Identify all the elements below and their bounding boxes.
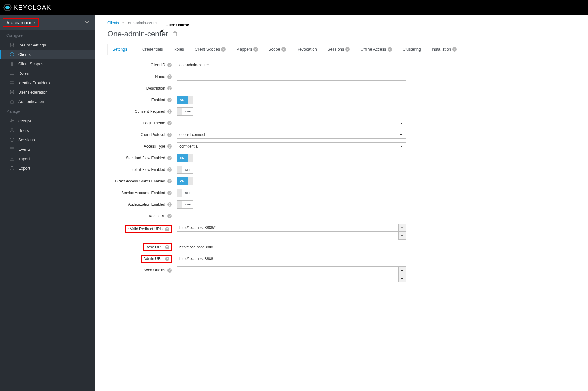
field-label: Login Theme ? (107, 121, 177, 126)
sidebar-item-realm-settings[interactable]: Realm Settings (0, 40, 95, 50)
clock-icon (9, 137, 14, 142)
implicitFlowEnabled-toggle[interactable]: ONOFF (177, 166, 193, 174)
directAccessGrantsEnabled-toggle[interactable]: ONOFF (177, 177, 193, 185)
help-icon[interactable]: ? (167, 268, 172, 273)
field-label: Implicit Flow Enabled ? (107, 167, 177, 172)
tab-installation[interactable]: Installation? (431, 44, 457, 55)
adminUrl-input[interactable] (177, 255, 406, 263)
tab-offline-access[interactable]: Offline Access? (360, 44, 392, 55)
svg-point-10 (11, 119, 12, 121)
help-icon[interactable]: ? (165, 257, 169, 261)
help-icon[interactable]: ? (167, 86, 172, 90)
rootUrl-input[interactable] (177, 212, 406, 220)
help-icon[interactable]: ? (167, 121, 172, 125)
help-icon[interactable]: ? (167, 144, 172, 149)
validRedirectUris-input[interactable] (177, 224, 399, 232)
webOrigins-input[interactable] (177, 266, 399, 274)
tab-mappers[interactable]: Mappers? (236, 44, 259, 55)
help-icon[interactable]: ? (167, 74, 172, 79)
svg-point-4 (13, 44, 14, 45)
add-button[interactable]: + (398, 231, 406, 240)
sidebar-item-users[interactable]: Users (0, 126, 95, 135)
field-label: * Valid Redirect URIs ? (107, 224, 177, 233)
help-icon[interactable]: ? (165, 245, 169, 249)
sidebar-item-sessions[interactable]: Sessions (0, 135, 95, 144)
help-icon[interactable]: ? (167, 167, 172, 172)
sidebar-item-identity-providers[interactable]: Identity Providers (0, 78, 95, 87)
lock-icon (9, 99, 14, 104)
sidebar-item-roles[interactable]: Roles (0, 68, 95, 78)
name-input[interactable] (177, 73, 406, 81)
user-icon (9, 128, 14, 133)
sidebar-item-label: Users (18, 128, 29, 133)
sidebar-item-label: Realm Settings (18, 43, 46, 47)
sidebar-item-export[interactable]: Export (0, 163, 95, 173)
clientProtocol-select[interactable]: openid-connect (177, 131, 406, 139)
add-button[interactable]: + (398, 274, 406, 282)
help-icon[interactable]: ? (167, 98, 172, 102)
help-icon[interactable]: ? (388, 47, 392, 52)
sidebar-item-authentication[interactable]: Authentication (0, 97, 95, 106)
sidebar-item-clients[interactable]: Clients (0, 50, 95, 59)
logo[interactable]: KEYCLOAK (3, 3, 51, 12)
field-label: Consent Required ? (107, 109, 177, 114)
svg-point-11 (13, 120, 14, 121)
sidebar-item-label: User Federation (18, 90, 47, 95)
field-label: Client ID ? (107, 63, 177, 68)
tab-revocation[interactable]: Revocation (296, 44, 318, 55)
help-icon[interactable]: ? (167, 191, 172, 195)
serviceAccountsEnabled-toggle[interactable]: ONOFF (177, 189, 193, 197)
accessType-select[interactable]: confidential (177, 142, 406, 150)
description-input[interactable] (177, 84, 406, 92)
sidebar-item-events[interactable]: Events (0, 144, 95, 154)
field-label: Access Type ? (107, 144, 177, 149)
sidebar-item-groups[interactable]: Groups (0, 116, 95, 126)
tab-client-scopes[interactable]: Client Scopes? (194, 44, 226, 55)
authorizationEnabled-toggle[interactable]: ONOFF (177, 200, 193, 209)
delete-client-button[interactable] (172, 31, 177, 36)
main-content: Clients » one-admin-center Client Name ↙… (95, 15, 588, 391)
help-icon[interactable]: ? (345, 47, 350, 52)
clientId-input[interactable] (177, 61, 406, 69)
help-icon[interactable]: ? (452, 47, 457, 52)
remove-button[interactable]: − (398, 224, 406, 232)
tab-clustering[interactable]: Clustering (402, 44, 422, 55)
sidebar-item-user-federation[interactable]: User Federation (0, 87, 95, 97)
page-title: One-admin-center (107, 30, 168, 38)
standardFlowEnabled-toggle[interactable]: ONOFF (177, 154, 193, 162)
remove-button[interactable]: − (398, 266, 406, 274)
exchange-icon (9, 80, 14, 85)
loginTheme-select[interactable] (177, 119, 406, 127)
toggle-off-label: OFF (182, 201, 193, 208)
help-icon[interactable]: ? (253, 47, 258, 52)
tab-credentials[interactable]: Credentials (142, 44, 164, 55)
toggle-on-label: ON (177, 154, 188, 162)
help-icon[interactable]: ? (167, 214, 172, 218)
help-icon[interactable]: ? (167, 156, 172, 160)
tab-settings[interactable]: Settings (107, 44, 132, 55)
help-icon[interactable]: ? (167, 133, 172, 137)
sidebar-section-manage: Manage (0, 106, 95, 116)
sidebar-item-import[interactable]: Import (0, 154, 95, 163)
sidebar-item-client-scopes[interactable]: Client Scopes (0, 59, 95, 68)
tab-sessions[interactable]: Sessions? (327, 44, 351, 55)
field-label: Standard Flow Enabled ? (107, 156, 177, 160)
help-icon[interactable]: ? (281, 47, 286, 52)
help-icon[interactable]: ? (221, 47, 226, 52)
cube-icon (9, 52, 14, 57)
consentRequired-toggle[interactable]: ONOFF (177, 107, 193, 116)
tab-roles[interactable]: Roles (173, 44, 185, 55)
toggle-knob (177, 166, 182, 173)
help-icon[interactable]: ? (167, 179, 172, 183)
breadcrumb-clients-link[interactable]: Clients (107, 21, 119, 25)
help-icon[interactable]: ? (165, 227, 169, 231)
help-icon[interactable]: ? (167, 109, 172, 114)
tab-scope[interactable]: Scope? (268, 44, 286, 55)
baseUrl-input[interactable] (177, 243, 406, 251)
help-icon[interactable]: ? (167, 202, 172, 207)
enabled-toggle[interactable]: ONOFF (177, 96, 193, 104)
logo-text: KEYCLOAK (14, 4, 51, 11)
sidebar-item-label: Export (18, 166, 30, 171)
realm-selector[interactable]: Ataccamaone (0, 15, 95, 30)
help-icon[interactable]: ? (167, 63, 172, 67)
